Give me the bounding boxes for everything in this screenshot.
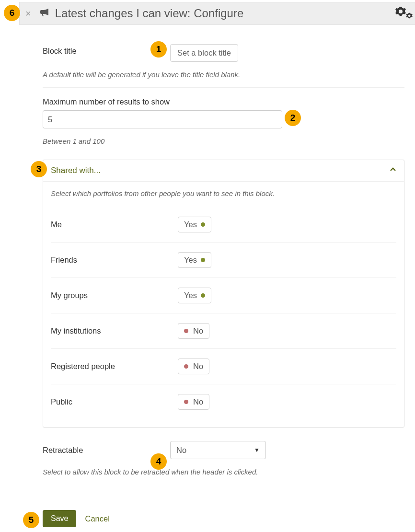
set-block-title-button[interactable]: Set a block title <box>170 44 238 62</box>
status-dot-off-icon <box>184 329 188 333</box>
shared-option-toggle[interactable]: No <box>178 323 209 339</box>
shared-option-label: Public <box>51 397 178 406</box>
status-dot-off-icon <box>184 364 188 369</box>
retractable-value: No <box>176 446 186 455</box>
retractable-hint: Select to allow this block to be retract… <box>43 468 404 476</box>
dialog-title-text: Latest changes I can view: Configure <box>55 7 244 20</box>
dialog-header: × Latest changes I can view: Configure <box>19 2 415 25</box>
gear-icon[interactable] <box>395 5 413 22</box>
annotation-badge-1: 1 <box>150 41 167 58</box>
actions-row: Save Cancel <box>43 510 110 527</box>
toggle-text: Yes <box>184 220 197 229</box>
shared-options-list: MeYesFriendsYesMy groupsYesMy institutio… <box>51 204 396 419</box>
toggle-text: No <box>193 362 203 371</box>
shared-option-toggle[interactable]: No <box>178 394 209 410</box>
chevron-up-icon <box>390 166 396 175</box>
block-title-row: Block title Set a block title <box>43 44 404 62</box>
shared-option-label: My groups <box>51 291 178 300</box>
cancel-link[interactable]: Cancel <box>85 514 109 523</box>
retractable-row: Retractable No ▼ <box>43 441 404 459</box>
shared-option-row: MeYes <box>51 204 396 242</box>
status-dot-on-icon <box>201 222 205 227</box>
save-button[interactable]: Save <box>43 510 76 527</box>
toggle-text: Yes <box>184 255 197 265</box>
retractable-label: Retractable <box>43 446 170 455</box>
divider <box>43 87 404 88</box>
shared-option-toggle[interactable]: Yes <box>178 288 211 303</box>
toggle-text: No <box>193 397 203 406</box>
close-icon[interactable]: × <box>25 9 31 18</box>
max-results-hint: Between 1 and 100 <box>43 137 404 145</box>
shared-option-row: PublicNo <box>51 384 396 419</box>
shared-option-row: My institutionsNo <box>51 313 396 348</box>
shared-option-label: Registered people <box>51 362 178 371</box>
block-title-hint: A default title will be generated if you… <box>43 70 404 79</box>
shared-with-panel: Shared with... Select which portfolios f… <box>43 160 404 428</box>
annotation-badge-6: 6 <box>4 5 20 21</box>
shared-option-label: Friends <box>51 255 178 265</box>
annotation-badge-2: 2 <box>285 110 301 126</box>
max-results-input[interactable] <box>43 110 282 128</box>
shared-option-label: Me <box>51 220 178 229</box>
shared-option-toggle[interactable]: No <box>178 359 209 374</box>
status-dot-on-icon <box>201 293 205 298</box>
caret-down-icon: ▼ <box>254 447 260 453</box>
toggle-text: No <box>193 326 203 335</box>
status-dot-off-icon <box>184 400 188 404</box>
annotation-badge-5: 5 <box>23 512 39 528</box>
dialog-title: Latest changes I can view: Configure <box>39 6 244 21</box>
shared-with-header[interactable]: Shared with... <box>43 160 404 181</box>
annotation-badge-4: 4 <box>150 453 167 470</box>
shared-with-title: Shared with... <box>51 166 101 175</box>
max-results-label: Maximum number of results to show <box>43 97 404 106</box>
shared-option-label: My institutions <box>51 326 178 335</box>
toggle-text: Yes <box>184 291 197 300</box>
shared-option-row: Registered peopleNo <box>51 348 396 384</box>
shared-option-row: FriendsYes <box>51 242 396 278</box>
bullhorn-icon <box>39 6 50 21</box>
shared-with-hint: Select which portfolios from other peopl… <box>51 189 396 197</box>
status-dot-on-icon <box>201 258 205 262</box>
shared-option-row: My groupsYes <box>51 278 396 313</box>
shared-option-toggle[interactable]: Yes <box>178 217 211 232</box>
retractable-select[interactable]: No ▼ <box>170 441 266 459</box>
annotation-badge-3: 3 <box>31 161 47 177</box>
shared-option-toggle[interactable]: Yes <box>178 252 211 268</box>
